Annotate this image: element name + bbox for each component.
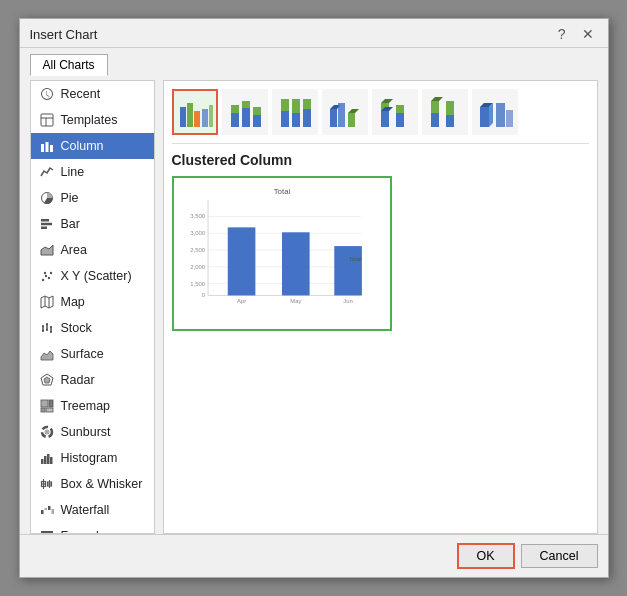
svg-rect-61 [231,113,239,127]
svg-marker-81 [381,99,393,103]
chart-variants-row [172,89,589,144]
variant-100-stacked-column[interactable] [272,89,318,135]
variant-3d-clustered-column[interactable] [322,89,368,135]
sidebar-label-stock: Stock [61,321,92,335]
sidebar-item-waterfall[interactable]: Waterfall [31,497,154,523]
variant-stacked-column[interactable] [222,89,268,135]
variant-3d-column[interactable] [472,89,518,135]
templates-icon [39,112,55,128]
svg-rect-47 [44,508,47,510]
sidebar-item-sunburst[interactable]: Sunburst [31,419,154,445]
svg-rect-9 [41,227,47,230]
variant-3d-100-stacked[interactable] [422,89,468,135]
svg-rect-59 [202,109,208,127]
svg-rect-108 [227,227,255,295]
sidebar-label-area: Area [61,243,87,257]
svg-rect-46 [41,510,44,514]
svg-point-14 [49,272,51,274]
sidebar-item-boxwhisker[interactable]: Box & Whisker [31,471,154,497]
sidebar-label-waterfall: Waterfall [61,503,110,517]
ok-button[interactable]: OK [457,543,515,569]
svg-rect-89 [480,107,489,127]
svg-text:3,500: 3,500 [190,213,205,219]
svg-rect-64 [242,101,250,108]
svg-rect-63 [242,108,250,127]
sidebar-item-column[interactable]: Column [31,133,154,159]
sidebar-label-scatter: X Y (Scatter) [61,269,132,283]
sidebar-label-boxwhisker: Box & Whisker [61,477,143,491]
sidebar-item-radar[interactable]: Radar [31,367,154,393]
tab-all-charts[interactable]: All Charts [30,54,108,76]
treemap-icon [39,398,55,414]
svg-rect-48 [48,506,51,510]
svg-marker-29 [44,377,50,383]
sidebar-item-stock[interactable]: Stock [31,315,154,341]
radar-icon [39,372,55,388]
svg-rect-114 [341,256,347,261]
title-bar-controls: ? ✕ [554,25,598,43]
svg-rect-37 [44,456,47,464]
svg-rect-72 [303,99,311,109]
map-icon [39,294,55,310]
bar-icon [39,216,55,232]
svg-rect-33 [46,408,53,412]
sidebar-item-funnel[interactable]: Funnel [31,523,154,534]
svg-point-34 [44,430,49,435]
sidebar-label-recent: Recent [61,87,101,101]
cancel-button[interactable]: Cancel [521,544,598,568]
dialog-title: Insert Chart [30,27,98,42]
svg-point-12 [44,275,46,277]
sidebar-label-bar: Bar [61,217,80,231]
waterfall-icon [39,502,55,518]
svg-point-13 [47,277,49,279]
sidebar-item-xyscatter[interactable]: X Y (Scatter) [31,263,154,289]
content-area: Clustered Column Total [163,80,598,534]
svg-text:Jun: Jun [343,298,353,304]
svg-rect-7 [41,219,49,222]
svg-text:2,000: 2,000 [190,264,205,270]
sidebar-label-histogram: Histogram [61,451,118,465]
svg-text:2,500: 2,500 [190,247,205,253]
sidebar-item-line[interactable]: Line [31,159,154,185]
variant-clustered-column[interactable] [172,89,218,135]
svg-rect-83 [396,105,404,113]
sidebar-label-pie: Pie [61,191,79,205]
variant-3d-stacked-column[interactable] [372,89,418,135]
svg-text:1,500: 1,500 [190,281,205,287]
svg-rect-60 [209,105,213,127]
sidebar-label-sunburst: Sunburst [61,425,111,439]
sidebar-item-templates[interactable]: Templates [31,107,154,133]
svg-rect-0 [41,114,53,126]
sidebar-item-histogram[interactable]: Histogram [31,445,154,471]
sunburst-icon [39,424,55,440]
svg-rect-65 [253,115,261,127]
svg-rect-93 [506,110,513,127]
sidebar-item-map[interactable]: Map [31,289,154,315]
sidebar-item-surface[interactable]: Surface [31,341,154,367]
svg-rect-39 [50,457,53,464]
sidebar-label-radar: Radar [61,373,95,387]
recent-icon [39,86,55,102]
sidebar-label-templates: Templates [61,113,118,127]
scatter-icon [39,268,55,284]
svg-rect-68 [281,99,289,111]
sidebar: Recent Templates Column Li [30,80,155,534]
sidebar-item-treemap[interactable]: Treemap [31,393,154,419]
sidebar-label-column: Column [61,139,104,153]
svg-rect-31 [49,400,53,407]
main-area: Recent Templates Column Li [20,80,608,534]
sidebar-item-area[interactable]: Area [31,237,154,263]
sidebar-item-bar[interactable]: Bar [31,211,154,237]
insert-chart-dialog: Insert Chart ? ✕ All Charts Recent [19,18,609,578]
svg-marker-77 [348,109,359,113]
svg-rect-82 [396,113,404,127]
svg-rect-88 [446,101,454,115]
svg-text:May: May [290,298,301,304]
sidebar-item-recent[interactable]: Recent [31,81,154,107]
sidebar-label-surface: Surface [61,347,104,361]
surface-icon [39,346,55,362]
close-button[interactable]: ✕ [578,25,598,43]
svg-rect-5 [50,145,53,152]
sidebar-item-pie[interactable]: Pie [31,185,154,211]
help-button[interactable]: ? [554,25,570,43]
